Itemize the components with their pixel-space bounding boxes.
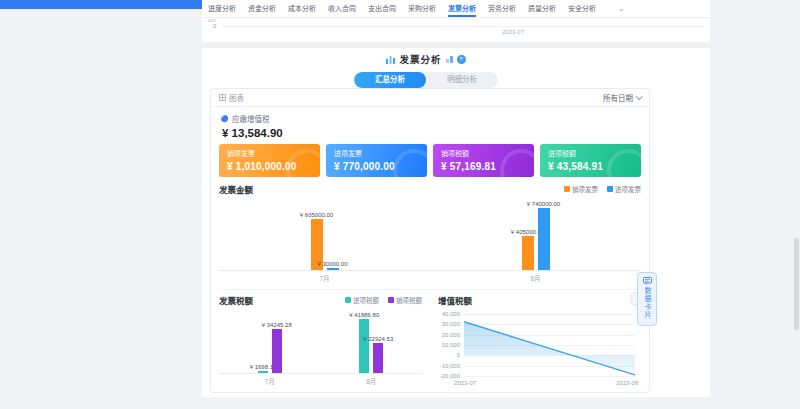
chart-title: 发票金额 xyxy=(219,183,253,195)
y-axis-tick: 20,000 xyxy=(438,332,460,338)
bar-wrap: ¥ 740000.00 xyxy=(538,208,550,270)
bar xyxy=(359,319,369,373)
chart-view-button[interactable]: 图表 xyxy=(219,92,244,103)
chart-title: 增值税额 xyxy=(438,294,472,306)
nav-tab[interactable]: 成本分析 xyxy=(288,0,316,17)
chart-title: 发票税额 xyxy=(219,294,253,306)
y-axis-tick: -20,000 xyxy=(438,373,460,379)
summary-card-value: ¥ 1,010,000.00 xyxy=(227,161,312,172)
bar-value-label: ¥ 605000.00 xyxy=(300,212,333,218)
summary-card-label: 销项发票 xyxy=(227,148,312,158)
remnant-gridline xyxy=(222,26,704,27)
bar-value-label: ¥ 22924.53 xyxy=(363,336,393,342)
x-axis-label: 7月 xyxy=(319,273,329,283)
y-axis-tick: 30,000 xyxy=(438,321,460,327)
bar xyxy=(272,329,282,373)
legend-item[interactable]: 进项发票 xyxy=(607,184,641,194)
bar-wrap: ¥ 405000.00 xyxy=(522,236,534,270)
nav-tab[interactable]: 支出合同 xyxy=(368,0,396,17)
bar-plot: ¥ 1698.11¥ 34245.28¥ 41886.80¥ 22924.53 xyxy=(219,318,422,374)
invoice-amount-chart: 发票金额 销项发票进项发票 ¥ 605000.00¥ 30000.00¥ 405… xyxy=(219,183,641,283)
section-title-row: 发票分析 ? xyxy=(206,52,646,66)
analysis-card: 图表 所有日期 应缴增值税 ¥ 13,584.90 销项发票¥ 1,010,00… xyxy=(210,88,650,393)
bar xyxy=(258,371,268,373)
help-icon[interactable]: ? xyxy=(457,55,466,64)
legend-label: 进项发票 xyxy=(615,184,641,194)
bar-wrap: ¥ 34245.28 xyxy=(272,329,282,373)
bar-group: ¥ 1698.11¥ 34245.28 xyxy=(258,329,282,373)
date-filter-dropdown[interactable]: 所有日期 xyxy=(603,92,641,103)
legend-item[interactable]: 销项税额 xyxy=(388,295,422,305)
vat-line-series xyxy=(464,314,635,376)
summary-card-value: ¥ 43,584.91 xyxy=(548,161,633,172)
analysis-mode-toggle: 汇总分析明细分析 xyxy=(354,72,498,88)
y-axis-tick: 10,000 xyxy=(438,342,460,348)
kpi-label: 应缴增值税 xyxy=(232,113,270,124)
toggle-option[interactable]: 明细分析 xyxy=(426,72,498,88)
bar-value-label: ¥ 34245.28 xyxy=(262,322,292,328)
summary-card: 进项税额¥ 43,584.91 xyxy=(540,144,641,177)
nav-tab[interactable]: 收入合同 xyxy=(328,0,356,17)
data-card-float-button[interactable]: 数据卡片 xyxy=(637,272,657,326)
legend-swatch xyxy=(345,297,351,303)
chart-view-label: 图表 xyxy=(229,92,244,103)
bar-wrap: ¥ 41886.80 xyxy=(359,319,369,373)
line-x-labels: 2023-072023-08 xyxy=(464,380,635,388)
remnant-x-label: 2023-07 xyxy=(502,29,524,35)
chart-legend: 进项税额销项税额 xyxy=(345,295,422,305)
x-axis-labels: 7月8月 xyxy=(219,273,641,283)
chevron-down-icon xyxy=(636,93,643,100)
analysis-toggle-row: 汇总分析明细分析 xyxy=(206,72,646,88)
x-axis-label: 2023-08 xyxy=(616,380,638,386)
legend-swatch xyxy=(388,297,394,303)
vat-amount-chart: 增值税额 40,00030,00020,00010,0000-10,000-20… xyxy=(438,294,641,390)
bar-value-label: ¥ 41886.80 xyxy=(349,312,379,318)
legend-label: 进项税额 xyxy=(353,295,379,305)
date-filter-value: 所有日期 xyxy=(603,92,633,103)
remnant-y-tick-zero: 0 xyxy=(213,23,216,29)
legend-swatch xyxy=(607,186,613,192)
top-left-blue-bar xyxy=(0,0,202,9)
nav-tab[interactable]: 资金分析 xyxy=(248,0,276,17)
float-widget-label: 数据卡片 xyxy=(642,287,652,319)
legend-label: 销项发票 xyxy=(572,184,598,194)
x-axis-labels: 7月8月 xyxy=(219,376,422,386)
x-axis-label: 8月 xyxy=(366,376,376,386)
nav-tab[interactable]: 质量分析 xyxy=(528,0,556,17)
scrollbar-thumb[interactable] xyxy=(794,238,799,330)
legend-label: 销项税额 xyxy=(396,295,422,305)
bar-plot: ¥ 605000.00¥ 30000.00¥ 405000.00¥ 740000… xyxy=(219,207,641,271)
bar-wrap: ¥ 30000.00 xyxy=(327,268,339,271)
nav-tab[interactable]: 采购分析 xyxy=(408,0,436,17)
chat-bubble-icon xyxy=(643,277,652,285)
bar xyxy=(522,236,534,270)
nav-collapse-chevron-icon[interactable]: ⌄ xyxy=(618,5,626,13)
summary-cards-row: 销项发票¥ 1,010,000.00进项发票¥ 770,000.00销项税额¥ … xyxy=(211,142,649,177)
nav-tab[interactable]: 安全分析 xyxy=(568,0,596,17)
nav-tab[interactable]: 发票分析 xyxy=(448,0,476,17)
legend-item[interactable]: 进项税额 xyxy=(345,295,379,305)
y-axis-tick: 0 xyxy=(438,352,460,358)
remnant-y-tick-partial: 400 xyxy=(208,18,216,22)
small-deco-icon xyxy=(446,56,453,63)
bottom-charts-row: 发票税额 进项税额销项税额 ¥ 1698.11¥ 34245.28¥ 41886… xyxy=(219,289,641,390)
section-title: 发票分析 xyxy=(399,52,441,66)
legend-swatch xyxy=(564,186,570,192)
bar xyxy=(327,268,339,271)
card-toolbar: 图表 所有日期 xyxy=(211,89,649,107)
summary-card-label: 销项税额 xyxy=(441,148,526,158)
x-axis-label: 2023-07 xyxy=(454,380,476,386)
summary-card-label: 进项发票 xyxy=(334,148,419,158)
legend-item[interactable]: 销项发票 xyxy=(564,184,598,194)
remnant-chart: 400 0 2023-07 xyxy=(202,18,710,41)
summary-card-label: 进项税额 xyxy=(548,148,633,158)
nav-tab[interactable]: 进度分析 xyxy=(208,0,236,17)
toggle-option[interactable]: 汇总分析 xyxy=(354,72,426,88)
chart-legend: 销项发票进项发票 xyxy=(564,184,641,194)
grid-icon xyxy=(219,94,226,101)
y-axis-tick: -10,000 xyxy=(438,363,460,369)
nav-tab[interactable]: 劳务分析 xyxy=(488,0,516,17)
bar-value-label: ¥ 30000.00 xyxy=(317,261,347,267)
bar-wrap: ¥ 22924.53 xyxy=(373,343,383,373)
top-content-block: 进度分析资金分析成本分析收入合同支出合同采购分析发票分析劳务分析质量分析安全分析… xyxy=(202,0,710,42)
